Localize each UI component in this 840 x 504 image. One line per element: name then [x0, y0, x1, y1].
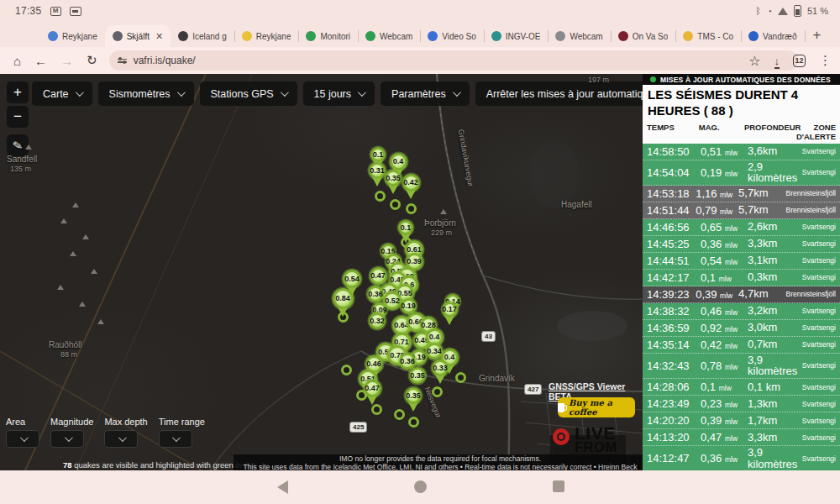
- browser-tab-iceland-g[interactable]: Iceland g: [171, 25, 234, 47]
- bookmark-star-icon[interactable]: ☆: [748, 53, 760, 69]
- cell-depth: 3,9 kilomètres: [748, 447, 800, 470]
- android-back-button[interactable]: [277, 480, 288, 494]
- table-row[interactable]: 14:20:200,39 mlw1,7kmSvartsengi: [643, 412, 840, 429]
- quake-marker[interactable]: 0.35: [385, 170, 402, 186]
- forward-button[interactable]: →: [60, 54, 73, 68]
- toolbar-button-arr-ter-les-mises-jour-automatiques[interactable]: Arrêter les mises à jour automatiques: [475, 81, 643, 106]
- menu-kebab-icon[interactable]: ⋮: [819, 53, 832, 68]
- quake-marker[interactable]: 0.31: [369, 162, 386, 179]
- tab-close-icon[interactable]: ✕: [154, 31, 163, 42]
- mountain-peak-icon: [57, 285, 64, 290]
- android-home-button[interactable]: [414, 480, 427, 493]
- quake-marker[interactable]: 0.36: [367, 286, 384, 302]
- browser-tab-on-va-so[interactable]: On Va So: [611, 25, 676, 47]
- table-row[interactable]: 14:54:040,19 mlw2,9 kilomètresSvartsengi: [643, 160, 840, 186]
- reload-button[interactable]: ↻: [87, 53, 97, 68]
- quake-marker[interactable]: 0.1: [398, 220, 413, 235]
- cell-zone: Svartsengi: [800, 273, 836, 281]
- table-row[interactable]: 14:28:060,1 mlw0,1 kmSvartsengi: [643, 379, 840, 396]
- quake-epicenter-ring[interactable]: [432, 386, 443, 397]
- quake-marker[interactable]: 0.19: [401, 298, 417, 314]
- site-settings-icon[interactable]: [118, 57, 127, 65]
- browser-tab-vandr-[interactable]: Vandræð: [741, 25, 804, 47]
- browser-tab-video-so[interactable]: Video So: [420, 25, 483, 47]
- table-row[interactable]: 14:32:430,78 mlw3,9 kilomètresSvartsengi: [643, 354, 840, 379]
- browser-tab-reykjane[interactable]: Reykjane: [234, 25, 299, 47]
- quake-marker[interactable]: 0.42: [402, 174, 420, 192]
- toolbar-button-carte[interactable]: Carte: [32, 81, 92, 106]
- map-zoom-out-button[interactable]: −: [7, 106, 29, 128]
- quake-marker[interactable]: 0.35: [405, 387, 422, 404]
- cell-zone: Svartsengi: [800, 223, 836, 231]
- table-row[interactable]: 14:39:230,39 mlw4,7kmBrennisteinsfjöll: [643, 286, 840, 303]
- table-row[interactable]: 14:36:590,92 mlw3,0kmSvartsengi: [643, 320, 840, 337]
- table-row[interactable]: 14:13:200,47 mlw3,3kmSvartsengi: [643, 429, 840, 446]
- filter-dropdown[interactable]: [50, 430, 84, 448]
- url-text[interactable]: vafri.is/quake/: [134, 55, 196, 66]
- buy-me-a-coffee-button[interactable]: Buy me a coffee: [558, 397, 635, 417]
- toolbar-button-15-jours[interactable]: 15 jours: [303, 81, 375, 106]
- browser-tab-reykjane[interactable]: Reykjane: [40, 25, 105, 47]
- browser-tab-monitori[interactable]: Monitori: [298, 25, 358, 47]
- cell-time: 14:46:56: [647, 221, 701, 234]
- cell-magnitude: 0,36 mlw: [701, 238, 748, 250]
- table-row[interactable]: 14:12:470,36 mlw3,9 kilomètresSvartsengi: [643, 446, 840, 470]
- toolbar-button-sismom-tres[interactable]: Sismomètres: [98, 81, 194, 106]
- cell-time: 14:39:23: [647, 288, 696, 301]
- android-recents-button[interactable]: [553, 480, 564, 492]
- table-row[interactable]: 14:35:140,42 mlw0,7kmSvartsengi: [643, 337, 840, 354]
- quake-marker[interactable]: 0.54: [343, 270, 361, 288]
- auto-update-bar[interactable]: MISES À JOUR AUTOMATIQUES DES DONNÉES: [643, 74, 840, 85]
- cell-time: 14:58:50: [647, 145, 701, 158]
- download-icon[interactable]: ↓: [774, 55, 780, 67]
- table-row[interactable]: 14:51:440,79 mlw5,7kmBrennisteinsfjöll: [643, 202, 840, 219]
- new-tab-button[interactable]: +: [813, 27, 822, 44]
- browser-tab-ingv-oe[interactable]: INGV-OE: [484, 25, 549, 47]
- filter-dropdown[interactable]: [6, 430, 39, 448]
- table-row[interactable]: 14:44:510,54 mlw3,1kmSvartsengi: [643, 253, 840, 270]
- browser-tab-webcam[interactable]: Webcam: [358, 25, 420, 47]
- quake-marker[interactable]: 0.84: [333, 288, 354, 309]
- table-row[interactable]: 14:45:250,36 mlw3,3kmSvartsengi: [643, 236, 840, 253]
- map-attribution: IMO no longer provides the data required…: [234, 454, 643, 470]
- quake-marker[interactable]: 0.1: [370, 147, 386, 162]
- table-row[interactable]: 14:42:170,1 mlw0,3kmSvartsengi: [643, 270, 840, 286]
- table-row[interactable]: 14:23:490,23 mlw1,3kmSvartsengi: [643, 396, 840, 412]
- filter-dropdown[interactable]: [104, 430, 138, 448]
- browser-tab-skj-lft[interactable]: Skjálft✕: [105, 25, 171, 47]
- browser-tab-tms-co[interactable]: TMS - Co: [675, 25, 741, 47]
- quake-epicenter-ring[interactable]: [371, 404, 382, 415]
- home-button[interactable]: ⌂: [13, 54, 21, 68]
- toolbar-button-param-tres[interactable]: Paramètres: [381, 81, 470, 106]
- tab-switcher-button[interactable]: 12: [793, 55, 806, 67]
- quake-epicenter-ring[interactable]: [375, 191, 386, 202]
- filter-dropdown[interactable]: [159, 430, 192, 448]
- clock: 17:35: [15, 5, 42, 17]
- quake-epicenter-ring[interactable]: [406, 203, 417, 214]
- filter-time-range: Time range: [159, 417, 205, 448]
- tab-favicon: [491, 31, 501, 41]
- cell-time: 14:32:43: [647, 360, 701, 372]
- quake-epicenter-ring[interactable]: [408, 417, 419, 428]
- table-row[interactable]: 14:46:560,65 mlw2,6kmSvartsengi: [643, 219, 840, 236]
- quake-marker[interactable]: 0.32: [369, 312, 386, 329]
- quake-marker[interactable]: 0.4: [390, 153, 407, 171]
- table-row[interactable]: 14:53:181,16 mlw5,7kmBrennisteinsfjöll: [643, 186, 840, 202]
- browser-tab-webcam[interactable]: Webcam: [548, 25, 610, 47]
- toolbar-button-stations-gps[interactable]: Stations GPS: [200, 81, 297, 106]
- earthquake-map[interactable]: + − ✎ CarteSismomètresStations GPS15 jou…: [0, 74, 643, 470]
- quake-marker[interactable]: 0.35: [409, 367, 426, 384]
- quake-marker[interactable]: 0.47: [364, 380, 381, 397]
- quake-epicenter-ring[interactable]: [394, 409, 405, 420]
- table-row[interactable]: 14:38:320,46 mlw3,2kmSvartsengi: [643, 303, 840, 320]
- url-bar[interactable]: vafri.is/quake/: [109, 50, 798, 71]
- quake-epicenter-ring[interactable]: [341, 365, 352, 375]
- quake-marker[interactable]: 0.47: [370, 267, 387, 285]
- map-zoom-in-button[interactable]: +: [7, 81, 29, 103]
- table-row[interactable]: 14:58:500,51 mlw3,6kmSvartsengi: [643, 144, 840, 160]
- back-button[interactable]: ←: [34, 54, 47, 68]
- quake-marker[interactable]: 0.33: [432, 360, 449, 376]
- quake-epicenter-ring[interactable]: [455, 372, 466, 383]
- quake-epicenter-ring[interactable]: [390, 199, 401, 210]
- quake-marker[interactable]: 0.17: [442, 302, 458, 318]
